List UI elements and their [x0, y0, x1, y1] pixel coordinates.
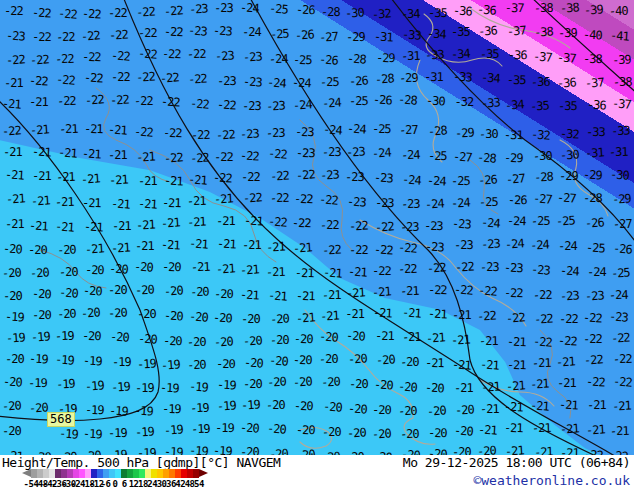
temp-value: -20: [108, 283, 127, 297]
temp-value: -21: [29, 218, 48, 233]
temp-value: -24: [427, 173, 446, 188]
temp-value: -30: [479, 127, 498, 141]
temp-value: -19: [111, 355, 130, 369]
temp-value: -20: [241, 312, 260, 326]
temp-value: -29: [399, 70, 418, 85]
temp-value: -24: [240, 1, 259, 16]
temp-value: -23: [242, 99, 261, 113]
height-contour-label: 568: [47, 412, 75, 427]
temp-value: -24: [558, 239, 577, 253]
temp-value: -19: [162, 402, 181, 416]
temp-value: -21: [452, 308, 471, 322]
temp-value: -20: [29, 265, 49, 280]
temp-value: -28: [534, 170, 553, 185]
temp-value: -24: [372, 146, 392, 161]
temp-value: -23: [5, 28, 25, 43]
temp-value: -22: [32, 5, 51, 20]
temp-value: -22: [109, 27, 128, 42]
temp-value: -22: [505, 310, 525, 325]
temp-value: -20: [348, 352, 368, 367]
temp-value: -22: [138, 26, 157, 40]
temp-value: -26: [373, 93, 392, 108]
temp-value: -21: [32, 169, 51, 183]
temp-value: -20: [399, 426, 418, 441]
temp-value: -23: [425, 239, 444, 254]
temp-value: -21: [81, 171, 101, 186]
temp-value: -25: [428, 149, 447, 163]
temp-value: -21: [322, 288, 341, 302]
temp-value: -19: [83, 353, 102, 368]
temp-value: -21: [216, 261, 236, 276]
temp-value: -22: [191, 127, 210, 141]
temp-value: -20: [110, 330, 130, 345]
temp-value: -21: [371, 284, 391, 299]
temp-value: -28: [427, 124, 447, 139]
temp-value: -20: [5, 352, 24, 366]
temp-value: -22: [349, 243, 368, 257]
temp-value: -21: [505, 443, 525, 455]
temp-value: -20: [428, 425, 447, 439]
temp-value: -21: [401, 330, 420, 345]
temp-value: -20: [268, 354, 288, 369]
temp-value: -22: [348, 219, 367, 234]
temp-value: -35: [530, 98, 549, 113]
temp-value: -36: [507, 48, 526, 63]
temp-value: -20: [190, 285, 209, 300]
temp-value: -22: [30, 52, 50, 67]
temp-value: -20: [3, 375, 22, 390]
temp-value: -29: [375, 51, 394, 65]
temp-value: -21: [481, 380, 500, 395]
temp-value: -24: [425, 196, 445, 211]
temp-value: -19: [189, 443, 209, 455]
temp-value: -21: [345, 307, 364, 321]
temp-value: -33: [402, 28, 422, 43]
temp-value: -21: [610, 424, 629, 438]
temp-value: -23: [243, 50, 263, 65]
temp-value: -21: [424, 356, 443, 370]
temp-value: -20: [270, 333, 289, 347]
temp-value: -19: [134, 403, 154, 418]
temp-value: -20: [269, 446, 288, 455]
temp-value: -21: [55, 195, 74, 210]
temp-value: -21: [164, 173, 183, 188]
temp-value: -21: [242, 238, 261, 252]
temp-value: -27: [453, 150, 473, 165]
temp-value: -20: [58, 264, 77, 279]
temp-value: -20: [187, 334, 206, 349]
temp-value: -21: [240, 263, 260, 278]
temp-value: -21: [84, 122, 103, 136]
temp-value: -23: [213, 24, 232, 39]
temp-value: -22: [532, 287, 551, 301]
temp-value: -23: [187, 23, 207, 38]
temp-value: -21: [135, 149, 154, 164]
temp-value: -22: [270, 168, 289, 183]
temp-value: -21: [454, 381, 473, 395]
temp-value: -40: [583, 27, 602, 42]
temp-value: -24: [559, 264, 578, 279]
temp-value: -23: [452, 217, 472, 232]
temp-value: -21: [110, 240, 129, 255]
temp-value: -21: [30, 122, 50, 137]
temp-value: -20: [372, 403, 391, 417]
temp-value: -24: [347, 122, 367, 137]
temp-value: -22: [108, 6, 127, 20]
temp-value: -22: [81, 7, 100, 22]
temp-value: -29: [559, 169, 578, 183]
temp-value: -34: [426, 26, 445, 41]
legend-label: 6: [122, 479, 127, 489]
temp-value: -22: [136, 5, 155, 20]
temp-value: -21: [479, 334, 498, 348]
temp-value: -20: [83, 284, 102, 299]
temp-value: -32: [454, 95, 473, 109]
temp-value: -22: [239, 148, 258, 163]
temp-value: -22: [321, 242, 340, 257]
temp-value: -30: [560, 147, 580, 162]
temp-value: -20: [243, 355, 262, 370]
temp-value: -21: [112, 219, 131, 233]
temp-value: -23: [424, 219, 443, 233]
temp-value: -22: [160, 70, 180, 85]
temp-value: -21: [216, 214, 235, 228]
temp-value: -24: [293, 97, 313, 112]
temp-value: -20: [2, 265, 22, 280]
temp-value: -22: [477, 309, 496, 324]
